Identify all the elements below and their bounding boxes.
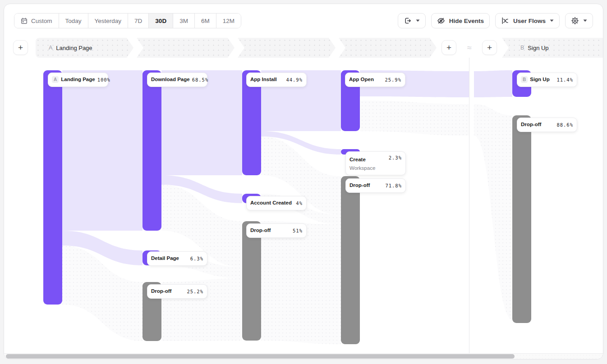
horizontal-scrollbar[interactable] xyxy=(4,353,603,359)
range-label: Today xyxy=(65,18,82,24)
range-label: Yesterday xyxy=(95,18,122,24)
export-button[interactable] xyxy=(398,13,426,28)
node-percentage: 88.6% xyxy=(556,122,573,127)
node-label-signup[interactable]: BSign Up11.4% xyxy=(517,73,577,87)
node-name: Drop-off xyxy=(349,182,370,189)
node-label-appopen[interactable]: App Open25.9% xyxy=(345,73,405,87)
range-label: 6M xyxy=(201,18,210,24)
toolbar: CustomTodayYesterday7D30D3M6M12M xyxy=(14,13,593,28)
range-label: 3M xyxy=(179,18,188,24)
approx-symbol: ≈ xyxy=(465,38,474,58)
node-bar-drop51[interactable] xyxy=(242,221,261,341)
node-percentage: 25.9% xyxy=(385,77,401,82)
range-button-7d[interactable]: 7D xyxy=(128,14,149,28)
add-funnel-a-step-button[interactable]: + xyxy=(441,40,456,55)
chevron-down-icon xyxy=(550,19,554,22)
flow-landing-to-download xyxy=(62,70,143,231)
calendar-icon xyxy=(21,18,28,24)
funnel-a-step-segment-4[interactable] xyxy=(339,38,437,58)
node-label-install[interactable]: App Install44.9% xyxy=(246,73,307,87)
chevron-down-icon xyxy=(416,19,420,22)
user-flows-button[interactable]: User Flows xyxy=(495,13,560,28)
node-name: Detail Page xyxy=(151,255,179,262)
funnel-a-badge: A xyxy=(49,45,52,51)
flow-divider-to-drop886 xyxy=(474,104,512,319)
range-label: 30D xyxy=(155,18,166,24)
funnel-b-step-name: Sign Up xyxy=(528,45,548,51)
range-button-custom[interactable]: Custom xyxy=(14,14,59,28)
node-percentage: 44.9% xyxy=(286,77,303,82)
range-button-6m[interactable]: 6M xyxy=(195,14,216,28)
toolbar-actions: Hide Events User Flows xyxy=(398,13,593,28)
funnel-a-step-segment-3[interactable] xyxy=(238,38,336,58)
range-button-3m[interactable]: 3M xyxy=(173,14,195,28)
gear-icon xyxy=(571,17,579,25)
node-name: Account Created xyxy=(250,200,292,207)
settings-button[interactable] xyxy=(565,13,593,28)
user-flows-label: User Flows xyxy=(513,18,546,24)
node-name: Drop-off xyxy=(521,121,541,128)
add-funnel-b-start-button[interactable]: + xyxy=(482,40,497,55)
node-bar-landing[interactable] xyxy=(43,70,62,305)
range-button-today[interactable]: Today xyxy=(59,14,88,28)
node-bar-download[interactable] xyxy=(143,70,161,231)
node-label-landing[interactable]: ALanding Page100% xyxy=(48,73,108,87)
range-label: 12M xyxy=(223,18,235,24)
range-button-30d[interactable]: 30D xyxy=(149,14,173,28)
chevron-down-icon xyxy=(583,19,587,22)
node-percentage: 11.4% xyxy=(556,77,573,82)
flow-divider-to-signup xyxy=(474,70,512,97)
node-percentage: 71.8% xyxy=(385,183,402,188)
node-name: App Open xyxy=(349,76,374,83)
node-bar-drop718[interactable] xyxy=(341,176,360,344)
funnel-a-step-band: ALanding Page xyxy=(36,38,437,58)
range-label: Custom xyxy=(31,18,52,24)
add-funnel-a-start-button[interactable]: + xyxy=(13,40,28,55)
funnel-a-step-name: Landing Page xyxy=(56,45,92,51)
node-label-download[interactable]: Download Page68.5% xyxy=(147,73,207,87)
node-percentage: 68.5% xyxy=(192,77,209,82)
funnel-b-badge: B xyxy=(520,45,524,51)
step-badge: B xyxy=(521,76,528,83)
hide-events-label: Hide Events xyxy=(449,18,484,24)
funnel-a-step-segment-1[interactable]: ALanding Page xyxy=(36,38,133,58)
scrollbar-thumb[interactable] xyxy=(6,354,515,359)
funnel-b-step-band[interactable]: B Sign Up xyxy=(502,38,603,58)
step-badge: A xyxy=(52,76,59,83)
node-label-drop886[interactable]: Drop-off88.6% xyxy=(517,118,577,132)
funnel-a-step-label: ALanding Page xyxy=(36,45,92,51)
funnel-b-step-label: B Sign Up xyxy=(502,45,549,51)
node-label-detail[interactable]: Detail Page6.3% xyxy=(147,251,207,266)
node-name: Drop-off xyxy=(151,288,171,295)
flow-chart-icon xyxy=(501,17,509,25)
node-label-createws[interactable]: CreateWorkspace2.3% xyxy=(345,151,406,175)
node-percentage: 2.3% xyxy=(389,155,402,160)
node-bar-drop886[interactable] xyxy=(512,115,531,323)
node-label-account[interactable]: Account Created4% xyxy=(246,196,307,210)
range-label: 7D xyxy=(134,18,142,24)
node-percentage: 25.2% xyxy=(187,289,203,294)
node-name: CreateWorkspace xyxy=(349,155,375,172)
node-name: App Install xyxy=(250,76,277,83)
range-button-12m[interactable]: 12M xyxy=(216,14,241,28)
user-flows-panel: CustomTodayYesterday7D30D3M6M12M xyxy=(4,4,603,359)
funnel-a-step-segment-2[interactable] xyxy=(137,38,235,58)
node-percentage: 100% xyxy=(97,77,110,82)
node-percentage: 51% xyxy=(293,228,303,233)
node-name: Sign Up xyxy=(530,76,549,83)
node-name: Landing Page xyxy=(61,76,95,83)
eye-off-icon xyxy=(437,17,445,25)
node-label-drop25[interactable]: Drop-off25.2% xyxy=(147,284,207,299)
export-icon xyxy=(404,17,412,25)
node-percentage: 4% xyxy=(296,200,303,206)
node-name: Drop-off xyxy=(250,227,271,234)
node-name: Download Page xyxy=(151,76,190,83)
node-label-drop51[interactable]: Drop-off51% xyxy=(246,223,307,238)
date-range-segmented-control: CustomTodayYesterday7D30D3M6M12M xyxy=(14,13,241,28)
hide-events-button[interactable]: Hide Events xyxy=(431,13,490,28)
node-label-drop718[interactable]: Drop-off71.8% xyxy=(345,178,406,193)
flow-drop51-to-drop718 xyxy=(261,221,341,344)
node-percentage: 6.3% xyxy=(190,256,203,261)
range-button-yesterday[interactable]: Yesterday xyxy=(88,14,129,28)
flow-appopen-to-divider xyxy=(360,100,469,136)
